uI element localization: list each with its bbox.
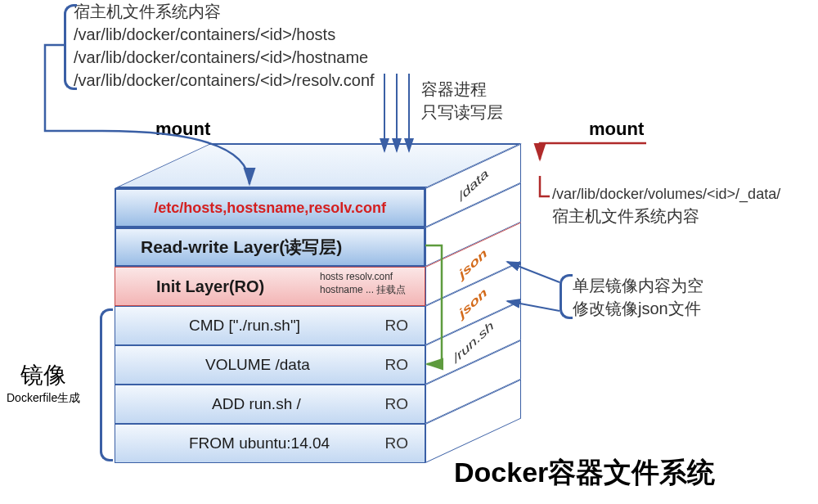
json-note-block: 单层镜像内容为空 修改镜像json文件 (573, 274, 703, 320)
image-label-main: 镜像 (7, 360, 80, 391)
add-ro: RO (385, 395, 409, 413)
volume-layer: VOLUME /data RO (115, 345, 425, 385)
init-layer-name: Init Layer(RO) (115, 277, 264, 296)
init-files-bottom: hostname ... 挂载点 (320, 284, 406, 297)
host-bracket (64, 4, 77, 90)
container-proc-line2: 只写读写层 (421, 101, 503, 124)
image-bracket (100, 308, 113, 461)
image-label-sub: Dockerfile生成 (7, 391, 80, 406)
init-layer: Init Layer(RO) hosts resolv.conf hostnam… (115, 267, 425, 306)
json-note-line1: 单层镜像内容为空 (573, 274, 703, 297)
volume-text: VOLUME /data (115, 356, 310, 374)
from-text: FROM ubuntu:14.04 (115, 434, 330, 452)
host-line-1: /var/lib/docker/containers/<id>/hostname (74, 46, 434, 69)
side-json1-text: json (456, 246, 489, 282)
cmd-layer: CMD ["./run.sh"] RO (115, 306, 425, 345)
container-proc-line1: 容器进程 (421, 78, 503, 101)
volume-mount-block: /var/lib/docker/volumes/<id>/_data/ 宿主机文… (552, 184, 780, 227)
add-text: ADD run.sh / (115, 395, 301, 413)
host-heading: 宿主机文件系统内容 (74, 0, 434, 23)
cmd-text: CMD ["./run.sh"] (115, 317, 300, 335)
etc-text: /etc/hosts,hostsname,resolv.conf (116, 200, 424, 217)
volume-mount-path: /var/lib/docker/volumes/<id>/_data/ (552, 184, 780, 205)
add-layer: ADD run.sh / RO (115, 385, 425, 424)
rw-layer: Read-write Layer(读写层) (115, 227, 425, 267)
volume-ro: RO (385, 356, 409, 374)
cmd-ro: RO (385, 317, 409, 335)
diagram-title: Docker容器文件系统 (454, 454, 715, 492)
init-files-top: hosts resolv.conf (320, 271, 406, 284)
json-bracket (560, 274, 573, 319)
image-label: 镜像 Dockerfile生成 (7, 360, 80, 406)
mount-right-label: mount (589, 119, 644, 140)
host-block: 宿主机文件系统内容 /var/lib/docker/containers/<id… (74, 0, 434, 92)
container-proc: 容器进程 只写读写层 (421, 78, 503, 124)
mount-left-label: mount (155, 119, 210, 140)
host-line-0: /var/lib/docker/containers/<id>/hosts (74, 23, 434, 46)
host-line-2: /var/lib/docker/containers/<id>/resolv.c… (74, 69, 434, 92)
from-layer: FROM ubuntu:14.04 RO (115, 424, 425, 463)
rw-layer-name: Read-write Layer(读写层) (116, 236, 342, 259)
json-note-line2: 修改镜像json文件 (573, 297, 703, 320)
volume-mount-desc: 宿主机文件系统内容 (552, 205, 780, 227)
side-json2-text: json (456, 286, 489, 322)
from-ro: RO (385, 434, 409, 452)
rw-layer-etc: /etc/hosts,hostsname,resolv.conf (115, 188, 425, 227)
